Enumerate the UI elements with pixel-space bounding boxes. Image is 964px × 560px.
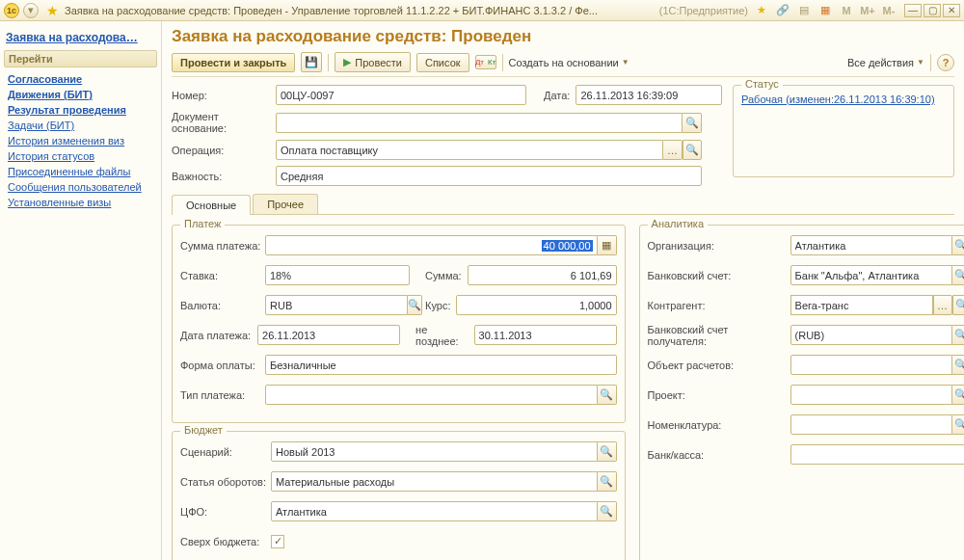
bank-kassa-input[interactable] [790, 444, 964, 465]
list-button[interactable]: Список [416, 53, 469, 72]
lookup-button[interactable]: 🔍 [952, 265, 964, 285]
payment-date-input[interactable] [257, 325, 400, 345]
favorite-icon[interactable]: ★ [46, 3, 59, 18]
rate-input[interactable] [265, 265, 410, 285]
help-button[interactable]: ? [937, 54, 954, 71]
toolbar-separator [328, 54, 329, 71]
kurs-input[interactable] [456, 295, 616, 315]
memory-mminus[interactable]: M- [881, 5, 897, 16]
org-label: Организация: [648, 240, 790, 252]
star-add-icon[interactable]: ★ [754, 4, 769, 16]
sum-input[interactable] [468, 265, 617, 285]
titlebar-icons: ★ 🔗 ▤ ▦ M M+ M- [754, 4, 897, 16]
number-label: Номер: [172, 90, 276, 101]
dt-kt-button[interactable]: ДтКт [475, 55, 496, 69]
status-link[interactable]: Рабочая (изменен:26.11.2013 16:39:10) [741, 93, 935, 105]
operation-input[interactable] [276, 140, 663, 160]
doc-basis-input[interactable] [276, 113, 683, 133]
currency-input[interactable] [265, 295, 408, 315]
settlement-object-label: Объект расчетов: [648, 360, 790, 371]
sidebar-link-files[interactable]: Присоединенные файлы [4, 164, 157, 179]
recipient-bank-input[interactable] [790, 325, 952, 345]
sidebar-link-dvizheniya[interactable]: Движения (БИТ) [4, 87, 157, 102]
lookup-button[interactable]: 🔍 [683, 113, 702, 133]
sidebar-heading[interactable]: Заявка на расходова… [6, 31, 155, 44]
importance-label: Важность: [172, 171, 276, 182]
lookup-button[interactable]: 🔍 [952, 295, 964, 315]
payment-type-label: Тип платежа: [180, 389, 265, 401]
cfo-input[interactable] [271, 501, 598, 521]
sidebar-link-istoriy-stat[interactable]: История статусов [4, 148, 157, 164]
currency-label: Валюта: [180, 300, 265, 311]
lookup-button[interactable]: 🔍 [598, 441, 617, 462]
tab-prochee[interactable]: Прочее [253, 194, 318, 214]
calendar-icon[interactable]: ▦ [817, 4, 833, 16]
sidebar-link-soglasovanie[interactable]: Согласование [4, 71, 157, 87]
close-button[interactable]: ✕ [943, 4, 960, 17]
calc-button[interactable]: ▦ [598, 235, 617, 255]
settlement-object-input[interactable] [790, 355, 952, 375]
lookup-button[interactable]: 🔍 [952, 414, 964, 435]
org-input[interactable] [790, 235, 952, 255]
payment-sum-input[interactable]: 40 000,00 [265, 235, 598, 255]
nav-back-button[interactable]: ▾ [23, 3, 39, 18]
article-input[interactable] [271, 471, 598, 492]
lookup-button[interactable]: 🔍 [952, 355, 964, 375]
sidebar-link-zadachi[interactable]: Задачи (БИТ) [4, 118, 157, 133]
tab-osnovnye[interactable]: Основные [172, 195, 251, 215]
all-actions-menu[interactable]: Все действия▼ [847, 57, 924, 68]
save-and-close-button[interactable]: Провести и закрыть [172, 53, 295, 72]
dropdown-caret-icon: ▼ [917, 58, 924, 67]
sidebar-link-messages[interactable]: Сообщения пользователей [4, 179, 157, 195]
more-button[interactable]: … [933, 295, 952, 315]
kurs-label: Курс: [425, 300, 450, 311]
lookup-button[interactable]: 🔍 [598, 385, 617, 405]
memory-mplus[interactable]: M+ [860, 5, 875, 16]
bank-kassa-label: Банк/касса: [648, 449, 790, 461]
lookup-button[interactable]: 🔍 [952, 235, 964, 255]
lookup-button[interactable]: 🔍 [598, 471, 617, 492]
project-label: Проект: [648, 389, 790, 401]
save-icon-button[interactable]: 💾 [301, 52, 322, 72]
lookup-button[interactable]: 🔍 [598, 501, 617, 521]
lookup-button[interactable]: 🔍 [408, 295, 422, 315]
sidebar: Заявка на расходова… Перейти Согласовани… [0, 21, 162, 560]
memory-m[interactable]: M [839, 5, 854, 16]
post-button[interactable]: ▶Провести [335, 52, 411, 72]
minimize-button[interactable]: — [904, 4, 922, 17]
not-later-input[interactable] [474, 325, 617, 345]
payment-form-input[interactable] [265, 355, 617, 375]
maximize-button[interactable]: ▢ [924, 4, 941, 17]
calc-icon[interactable]: ▤ [796, 4, 812, 16]
sidebar-link-vizy[interactable]: Установленные визы [4, 195, 157, 210]
lookup-button[interactable]: 🔍 [952, 325, 964, 345]
window-controls: — ▢ ✕ [904, 4, 960, 17]
project-input[interactable] [790, 385, 952, 405]
importance-input[interactable] [276, 166, 702, 186]
over-budget-checkbox[interactable]: ✓ [271, 535, 284, 548]
scenario-input[interactable] [271, 441, 598, 462]
number-input[interactable] [276, 85, 526, 105]
analytics-legend: Аналитика [648, 218, 708, 229]
link-icon[interactable]: 🔗 [775, 4, 790, 16]
lookup-button[interactable]: 🔍 [683, 140, 702, 160]
create-based-on-menu[interactable]: Создать на основании▼ [509, 57, 629, 68]
toolbar: Провести и закрыть 💾 ▶Провести Список Дт… [172, 52, 954, 77]
rate-label: Ставка: [180, 270, 265, 281]
sidebar-link-istoriy-viz[interactable]: История изменения виз [4, 133, 157, 148]
bank-account-label: Банковский счет: [648, 270, 790, 281]
bank-account-input[interactable] [790, 265, 952, 285]
status-legend: Статус [741, 78, 783, 90]
scenario-label: Сценарий: [180, 446, 271, 458]
counterparty-label: Контрагент: [648, 300, 790, 311]
lookup-button[interactable]: 🔍 [952, 385, 964, 405]
more-button[interactable]: … [663, 140, 683, 160]
date-input[interactable] [576, 85, 722, 105]
nomenclature-input[interactable] [790, 414, 952, 435]
doc-basis-label: Документ основание: [172, 111, 276, 134]
payment-form-label: Форма оплаты: [180, 360, 265, 371]
counterparty-input[interactable] [790, 295, 933, 315]
window-subtitle: (1С:Предприятие) [659, 5, 748, 16]
payment-type-input[interactable] [265, 385, 598, 405]
sidebar-link-rezultat[interactable]: Результат проведения [4, 102, 157, 118]
